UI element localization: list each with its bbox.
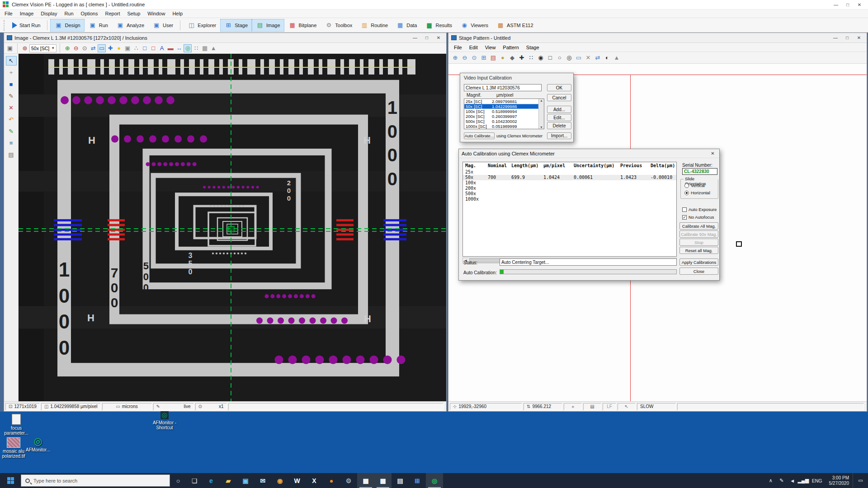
rectangle-tool-icon[interactable]: □ bbox=[546, 54, 554, 62]
auto-calibrate-button[interactable]: Auto Calibrate... bbox=[464, 132, 495, 139]
taskbar-app-excel[interactable]: X bbox=[306, 473, 323, 488]
image-close-button[interactable]: ✕ bbox=[433, 34, 444, 42]
zoom-in-icon[interactable]: ⊕ bbox=[451, 54, 459, 62]
zoom-out-icon[interactable]: ⊖ bbox=[461, 54, 469, 62]
calibration-table-row[interactable]: 500x bbox=[463, 191, 676, 197]
undo-icon[interactable]: ↶ bbox=[6, 115, 17, 124]
zoom-window-icon[interactable]: ⊙ bbox=[80, 44, 89, 52]
stop-button[interactable]: Stop bbox=[679, 239, 718, 246]
cortana-button[interactable]: ○ bbox=[170, 473, 186, 488]
magnification-row[interactable]: 25x [SC] 2.089799881 bbox=[464, 99, 538, 104]
pan-tool-icon[interactable]: + bbox=[6, 68, 17, 77]
brush-tool-icon[interactable]: ✎ bbox=[6, 91, 17, 101]
delete-object-icon[interactable]: ✕ bbox=[6, 103, 17, 113]
pattern-pages-icon[interactable]: ▤ bbox=[489, 54, 497, 62]
toolbar-button-toolbox[interactable]: ⚙ Toolbox bbox=[321, 19, 356, 32]
ruler-icon[interactable]: ▬ bbox=[166, 44, 175, 52]
measure-lines-icon[interactable]: ≡ bbox=[6, 138, 17, 148]
pen-tool-icon[interactable]: ✎ bbox=[6, 127, 17, 136]
toolbar-button-stage[interactable]: ⊞ Stage bbox=[220, 19, 252, 32]
magnification-select[interactable]: 50x [SC] ▼ bbox=[29, 44, 57, 52]
menu-item[interactable]: Setup bbox=[124, 10, 144, 17]
delete-pattern-icon[interactable]: ✕ bbox=[584, 54, 592, 62]
magnification-row[interactable]: 100x [SC] 0.518999994 bbox=[464, 109, 538, 114]
edit-button[interactable]: Edit... bbox=[547, 114, 571, 121]
tray-expand-icon[interactable]: ∧ bbox=[765, 473, 776, 488]
image-window-titlebar[interactable]: Image - Clemex L 1.3M #12030576 [1272x10… bbox=[4, 33, 446, 43]
desktop-icon-afmonitor[interactable]: ◎ AFMonitor... bbox=[22, 436, 54, 452]
magnification-row[interactable]: 500x [SC] 0.104230002 bbox=[464, 119, 538, 124]
calibration-table-row[interactable]: 200x bbox=[463, 186, 676, 191]
toolbar-button-design[interactable]: ▣ Design bbox=[50, 19, 84, 32]
menu-item[interactable]: Stage bbox=[523, 44, 543, 51]
magnification-row[interactable]: 50x [SC] 1.042299986 bbox=[464, 104, 538, 109]
toolbar-button-image[interactable]: ▤ Image bbox=[252, 19, 284, 32]
toolbar-button-explorer[interactable]: ◫ Explorer bbox=[183, 19, 220, 32]
frame-tool-icon[interactable]: ▭ bbox=[575, 54, 583, 62]
snapshot-camera-icon[interactable]: ▣ bbox=[6, 44, 14, 52]
image-maximize-button[interactable]: □ bbox=[421, 34, 433, 42]
toolbar-button-astm-e112[interactable]: ▩ ASTM E112 bbox=[492, 19, 538, 32]
menu-item[interactable]: Edit bbox=[466, 44, 481, 51]
calibration-checkbox[interactable]: Auto Exposure bbox=[682, 207, 717, 212]
tray-language[interactable]: ENG bbox=[809, 478, 826, 483]
add-button[interactable]: Add... bbox=[547, 106, 571, 113]
task-view-button[interactable]: ❏ bbox=[186, 473, 203, 488]
serial-number-field[interactable]: CL-4322830 bbox=[682, 168, 717, 175]
close-icon[interactable]: ✕ bbox=[709, 150, 717, 157]
text-annotation-icon[interactable]: A bbox=[158, 44, 166, 52]
tray-clock[interactable]: 3:00 PM 5/27/2020 bbox=[826, 475, 853, 486]
stage-window-titlebar[interactable]: Stage Pattern - Untitled — □ ✕ bbox=[448, 33, 867, 43]
menu-item[interactable]: Help bbox=[169, 10, 186, 17]
circle-pattern-icon[interactable]: ◉ bbox=[537, 54, 545, 62]
orientation-radio[interactable]: Horizontal bbox=[684, 190, 710, 195]
apply-calibrations-button[interactable]: Apply Calibrations bbox=[679, 258, 718, 266]
taskbar-app-mail[interactable]: ✉ bbox=[254, 473, 271, 488]
taskbar-app-grid[interactable]: ⊞ bbox=[409, 473, 426, 488]
taskbar-app-settings[interactable]: ⚙ bbox=[340, 473, 357, 488]
annotation-icon[interactable]: ▤ bbox=[6, 150, 17, 160]
toolbar-button-analyze[interactable]: ▣ Analyze bbox=[112, 19, 148, 32]
red-frame-icon[interactable]: □ bbox=[149, 44, 157, 52]
zoom-out-icon[interactable]: ⊖ bbox=[72, 44, 80, 52]
calibration-table-row[interactable]: 100x bbox=[463, 180, 676, 186]
target-tool-icon[interactable]: ◎ bbox=[565, 54, 573, 62]
menu-item[interactable]: File bbox=[450, 44, 466, 51]
taskbar-search[interactable]: Type here to search bbox=[21, 474, 170, 487]
menu-item[interactable]: Display bbox=[37, 10, 61, 17]
probe-icon[interactable]: ◆ bbox=[508, 54, 516, 62]
stage-close-button[interactable]: ✕ bbox=[853, 34, 865, 42]
reset-all-mag-button[interactable]: Reset all Mag. bbox=[679, 247, 718, 254]
menu-item[interactable]: File bbox=[1, 10, 16, 17]
fit-image-icon[interactable]: ⇄ bbox=[89, 44, 97, 52]
taskbar-app-firefox[interactable]: ● bbox=[323, 473, 340, 488]
taskbar-app-file-explorer[interactable]: ▰ bbox=[220, 473, 237, 488]
close-button[interactable]: ✕ bbox=[854, 1, 865, 9]
minimize-button[interactable]: — bbox=[830, 1, 842, 9]
calibrate-50x-mag-button[interactable]: Calibrate 50x Mag. bbox=[679, 230, 718, 238]
taskbar-app-calculator[interactable]: ▤ bbox=[392, 473, 409, 488]
calibration-table-row[interactable]: 25x bbox=[463, 169, 676, 175]
menu-item[interactable]: Pattern bbox=[499, 44, 522, 51]
grid-pattern-icon[interactable]: ∷ bbox=[527, 54, 535, 62]
toolbar-button-results[interactable]: ▆ Results bbox=[421, 19, 456, 32]
list-scrollbar[interactable]: ▲▼ bbox=[538, 99, 544, 129]
start-button[interactable] bbox=[0, 473, 21, 488]
taskbar-app-word[interactable]: W bbox=[288, 473, 306, 488]
zoom-in-icon[interactable]: ⊕ bbox=[63, 44, 71, 52]
image-canvas[interactable]: 1000 700 500 350 bbox=[19, 54, 446, 401]
stage-eject-icon[interactable]: ▲ bbox=[613, 54, 621, 62]
camera-device-field[interactable]: Clemex L 1.3M #12030576 bbox=[464, 84, 542, 91]
taskbar-app-clemex-vision[interactable]: ▦ bbox=[357, 473, 374, 488]
zoom-selection-icon[interactable]: ⊙ bbox=[470, 54, 478, 62]
magnification-list[interactable]: 25x [SC] 2.089799881 50x [SC] 1.04229998… bbox=[464, 99, 544, 129]
magnification-row[interactable]: 1000x [SC] 0.051989999 bbox=[464, 124, 538, 129]
tray-network-icon[interactable]: ▂▄▆ bbox=[798, 473, 809, 488]
stage-minimize-button[interactable]: — bbox=[830, 34, 841, 42]
magnification-row[interactable]: 200x [SC] 0.260399997 bbox=[464, 114, 538, 119]
camera-settings-icon[interactable]: ▣ bbox=[123, 44, 132, 52]
dialog-titlebar[interactable]: Auto Calibration using Clemex Micrometer… bbox=[459, 149, 719, 158]
image-minimize-button[interactable]: — bbox=[409, 34, 421, 42]
taskbar-app-edge[interactable]: e bbox=[203, 473, 220, 488]
pointer-tool-icon[interactable]: ↖ bbox=[6, 56, 17, 66]
